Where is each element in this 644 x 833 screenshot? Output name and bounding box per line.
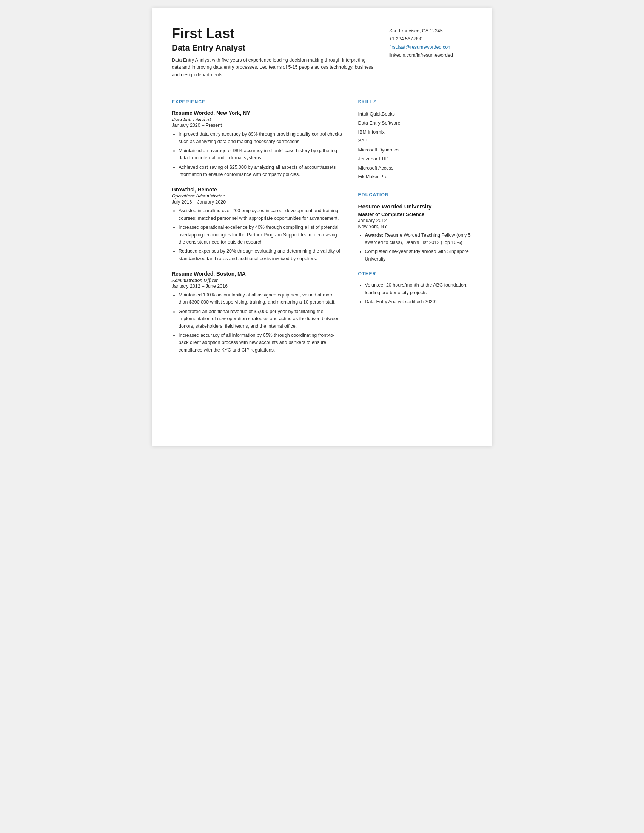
experience-section-title: EXPERIENCE bbox=[172, 99, 343, 105]
bullet-1-2: Maintained an average of 98% accuracy in… bbox=[178, 147, 343, 162]
other-item-0: Volunteer 20 hours/month at the ABC foun… bbox=[365, 282, 472, 296]
employer-line-2: Growthsi, Remote bbox=[172, 187, 343, 193]
bullet-2-1: Assisted in enrolling over 200 employees… bbox=[178, 207, 343, 222]
edu-bullet-0: Awards: Resume Worded Teaching Fellow (o… bbox=[365, 232, 472, 246]
employer-suffix-2: Remote bbox=[196, 187, 217, 193]
left-column: EXPERIENCE Resume Worded, New York, NY D… bbox=[172, 98, 343, 362]
skill-4: Microsoft Dynamics bbox=[358, 146, 472, 155]
left-header: First Last Data Entry Analyst Data Entry… bbox=[172, 26, 376, 79]
skills-section: SKILLS Intuit QuickBooks Data Entry Soft… bbox=[358, 99, 472, 182]
bullet-1-3: Achieved cost saving of $25,000 by analy… bbox=[178, 164, 343, 178]
contact-linkedin: linkedin.com/in/resumeworded bbox=[389, 51, 472, 59]
edu-block: Resume Worded University Master of Compu… bbox=[358, 203, 472, 263]
job-bullets-1: Improved data entry accuracy by 89% thro… bbox=[172, 131, 343, 178]
main-content: EXPERIENCE Resume Worded, New York, NY D… bbox=[172, 98, 472, 362]
skills-list: Intuit QuickBooks Data Entry Software IB… bbox=[358, 110, 472, 182]
skill-2: IBM Informix bbox=[358, 128, 472, 137]
education-title: EDUCATION bbox=[358, 192, 472, 198]
edu-bullets: Awards: Resume Worded Teaching Fellow (o… bbox=[358, 232, 472, 263]
skill-3: SAP bbox=[358, 137, 472, 146]
edu-degree: Master of Computer Science bbox=[358, 211, 472, 217]
resume-page: First Last Data Entry Analyst Data Entry… bbox=[152, 8, 492, 445]
bullet-1-1: Improved data entry accuracy by 89% thro… bbox=[178, 131, 343, 145]
employer-name-2: Growthsi, bbox=[172, 187, 196, 193]
edu-bullet-1: Completed one-year study abroad with Sin… bbox=[365, 248, 472, 263]
edu-location: New York, NY bbox=[358, 224, 472, 229]
employer-line-1: Resume Worded, New York, NY bbox=[172, 110, 343, 116]
employer-name-1: Resume Worded, bbox=[172, 110, 215, 116]
edu-date: January 2012 bbox=[358, 218, 472, 223]
job-block-1: Resume Worded, New York, NY Data Entry A… bbox=[172, 110, 343, 178]
skill-6: Microsoft Access bbox=[358, 164, 472, 173]
skill-0: Intuit QuickBooks bbox=[358, 110, 472, 119]
bullet-3-1: Maintained 100% accountability of all as… bbox=[178, 291, 343, 306]
bullet-3-3: Increased accuracy of all information by… bbox=[178, 332, 343, 354]
skills-title: SKILLS bbox=[358, 99, 472, 105]
job-dates-1: January 2020 – Present bbox=[172, 123, 343, 128]
education-section: EDUCATION Resume Worded University Maste… bbox=[358, 192, 472, 263]
employer-suffix-1: New York, NY bbox=[215, 110, 250, 116]
contact-address: San Francisco, CA 12345 bbox=[389, 27, 472, 35]
top-section: First Last Data Entry Analyst Data Entry… bbox=[172, 26, 472, 79]
edu-bullet-0-bold: Awards: bbox=[365, 233, 384, 238]
other-title: OTHER bbox=[358, 271, 472, 277]
other-item-1: Data Entry Analyst-certified (2020) bbox=[365, 298, 472, 306]
job-block-2: Growthsi, Remote Operations Administrato… bbox=[172, 187, 343, 262]
job-role-1: Data Entry Analyst bbox=[172, 116, 343, 122]
employer-suffix-3: Boston, MA bbox=[215, 271, 246, 277]
edu-bullet-1-text: Completed one-year study abroad with Sin… bbox=[365, 249, 469, 261]
job-block-3: Resume Worded, Boston, MA Administration… bbox=[172, 271, 343, 354]
job-role-2: Operations Administrator bbox=[172, 193, 343, 199]
edu-school: Resume Worded University bbox=[358, 203, 472, 210]
job-bullets-3: Maintained 100% accountability of all as… bbox=[172, 291, 343, 354]
contact-email: first.last@resumeworded.com bbox=[389, 43, 472, 51]
employer-name-3: Resume Worded, bbox=[172, 271, 215, 277]
employer-line-3: Resume Worded, Boston, MA bbox=[172, 271, 343, 277]
job-bullets-2: Assisted in enrolling over 200 employees… bbox=[172, 207, 343, 262]
candidate-name: First Last bbox=[172, 26, 376, 42]
contact-info: San Francisco, CA 12345 +1 234 567-890 f… bbox=[389, 26, 472, 59]
right-column: SKILLS Intuit QuickBooks Data Entry Soft… bbox=[358, 98, 472, 362]
skill-5: Jenzabar ERP bbox=[358, 155, 472, 164]
job-dates-3: January 2012 – June 2016 bbox=[172, 284, 343, 289]
bullet-2-3: Reduced expenses by 20% through evaluati… bbox=[178, 248, 343, 262]
bullet-3-2: Generated an additional revenue of $5,00… bbox=[178, 308, 343, 330]
candidate-title: Data Entry Analyst bbox=[172, 43, 376, 53]
email-link[interactable]: first.last@resumeworded.com bbox=[389, 45, 452, 50]
job-dates-2: July 2016 – January 2020 bbox=[172, 199, 343, 205]
bullet-2-2: Increased operational excellence by 40% … bbox=[178, 224, 343, 246]
other-section: OTHER Volunteer 20 hours/month at the AB… bbox=[358, 271, 472, 306]
candidate-summary: Data Entry Analyst with five years of ex… bbox=[172, 57, 376, 79]
other-list: Volunteer 20 hours/month at the ABC foun… bbox=[358, 282, 472, 306]
contact-phone: +1 234 567-890 bbox=[389, 35, 472, 43]
job-role-3: Administration Officer bbox=[172, 277, 343, 283]
skill-1: Data Entry Software bbox=[358, 119, 472, 128]
skill-7: FileMaker Pro bbox=[358, 172, 472, 182]
divider bbox=[172, 91, 472, 91]
